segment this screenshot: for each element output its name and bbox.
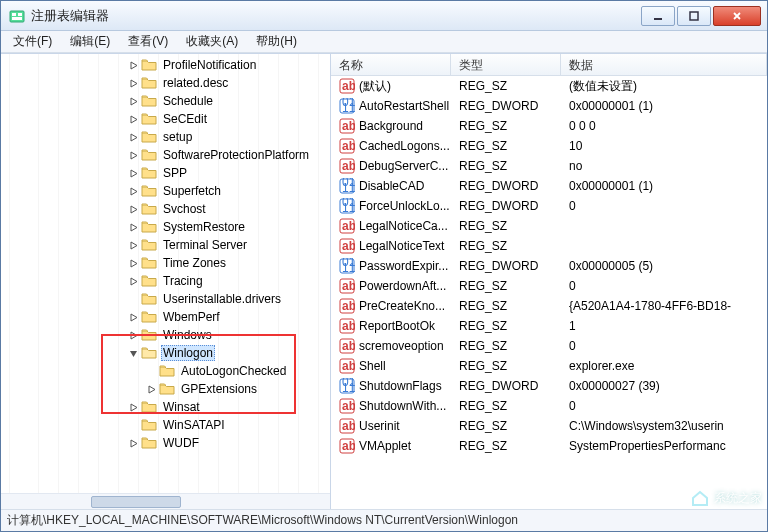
tree-hscrollbar[interactable] <box>1 493 330 509</box>
expander-icon[interactable] <box>127 149 139 161</box>
string-value-icon: ab <box>339 418 355 434</box>
tree-item[interactable]: Winsat <box>1 398 330 416</box>
tree-label: Svchost <box>161 202 208 216</box>
expander-icon[interactable] <box>127 401 139 413</box>
expander-icon[interactable] <box>127 329 139 341</box>
svg-text:ab: ab <box>342 319 355 333</box>
expander-icon[interactable] <box>127 275 139 287</box>
expander-icon[interactable] <box>127 419 139 431</box>
svg-text:ab: ab <box>342 219 355 233</box>
tree-label: AutoLogonChecked <box>179 364 288 378</box>
tree-item[interactable]: Terminal Server <box>1 236 330 254</box>
value-name: ShutdownFlags <box>359 379 442 393</box>
expander-icon[interactable] <box>127 221 139 233</box>
expander-icon[interactable] <box>127 203 139 215</box>
tree-item[interactable]: Svchost <box>1 200 330 218</box>
value-name: VMApplet <box>359 439 411 453</box>
value-row[interactable]: 011110PasswordExpir...REG_DWORD0x0000000… <box>331 256 767 276</box>
tree-item[interactable]: SoftwareProtectionPlatform <box>1 146 330 164</box>
menu-favorites[interactable]: 收藏夹(A) <box>178 31 246 52</box>
expander-icon[interactable] <box>127 347 139 359</box>
expander-icon[interactable] <box>127 95 139 107</box>
expander-icon[interactable] <box>127 77 139 89</box>
value-row[interactable]: abLegalNoticeCa...REG_SZ <box>331 216 767 236</box>
minimize-button[interactable] <box>641 6 675 26</box>
expander-icon[interactable] <box>127 239 139 251</box>
menu-view[interactable]: 查看(V) <box>120 31 176 52</box>
string-value-icon: ab <box>339 78 355 94</box>
string-value-icon: ab <box>339 138 355 154</box>
tree-item[interactable]: Userinstallable.drivers <box>1 290 330 308</box>
scrollbar-thumb[interactable] <box>91 496 181 508</box>
svg-text:ab: ab <box>342 279 355 293</box>
expander-icon[interactable] <box>127 185 139 197</box>
tree-item[interactable]: related.desc <box>1 74 330 92</box>
value-row[interactable]: abscremoveoptionREG_SZ0 <box>331 336 767 356</box>
menu-edit[interactable]: 编辑(E) <box>62 31 118 52</box>
menu-help[interactable]: 帮助(H) <box>248 31 305 52</box>
value-data: 0x00000027 (39) <box>561 379 767 393</box>
tree-item[interactable]: AutoLogonChecked <box>1 362 330 380</box>
value-row[interactable]: abCachedLogons...REG_SZ10 <box>331 136 767 156</box>
value-row[interactable]: abPreCreateKno...REG_SZ{A520A1A4-1780-4F… <box>331 296 767 316</box>
value-row[interactable]: ab(默认)REG_SZ(数值未设置) <box>331 76 767 96</box>
value-row[interactable]: abUserinitREG_SZC:\Windows\system32\user… <box>331 416 767 436</box>
value-row[interactable]: abShellREG_SZexplorer.exe <box>331 356 767 376</box>
expander-icon[interactable] <box>127 257 139 269</box>
expander-icon[interactable] <box>127 59 139 71</box>
expander-icon[interactable] <box>127 437 139 449</box>
value-data: 0x00000005 (5) <box>561 259 767 273</box>
value-row[interactable]: abReportBootOkREG_SZ1 <box>331 316 767 336</box>
tree-item[interactable]: SeCEdit <box>1 110 330 128</box>
expander-icon[interactable] <box>127 311 139 323</box>
menu-file[interactable]: 文件(F) <box>5 31 60 52</box>
tree-label: related.desc <box>161 76 230 90</box>
svg-text:ab: ab <box>342 239 355 253</box>
close-button[interactable] <box>713 6 761 26</box>
value-row[interactable]: abPowerdownAft...REG_SZ0 <box>331 276 767 296</box>
tree-item[interactable]: SystemRestore <box>1 218 330 236</box>
value-row[interactable]: abBackgroundREG_SZ0 0 0 <box>331 116 767 136</box>
col-data[interactable]: 数据 <box>561 54 767 75</box>
expander-icon[interactable] <box>145 383 157 395</box>
tree-item[interactable]: Time Zones <box>1 254 330 272</box>
expander-icon[interactable] <box>127 167 139 179</box>
tree-scroll[interactable]: ProfileNotificationrelated.descScheduleS… <box>1 54 330 509</box>
expander-icon[interactable] <box>127 293 139 305</box>
tree-item[interactable]: Windows <box>1 326 330 344</box>
value-row[interactable]: abVMAppletREG_SZSystemPropertiesPerforma… <box>331 436 767 456</box>
tree-item[interactable]: WUDF <box>1 434 330 452</box>
value-type: REG_DWORD <box>451 199 561 213</box>
maximize-button[interactable] <box>677 6 711 26</box>
expander-icon[interactable] <box>145 365 157 377</box>
tree-item[interactable]: Winlogon <box>1 344 330 362</box>
value-row[interactable]: abDebugServerC...REG_SZno <box>331 156 767 176</box>
binary-value-icon: 011110 <box>339 198 355 214</box>
value-row[interactable]: 011110ForceUnlockLo...REG_DWORD0 <box>331 196 767 216</box>
expander-icon[interactable] <box>127 131 139 143</box>
tree-item[interactable]: Superfetch <box>1 182 330 200</box>
tree-panel: ProfileNotificationrelated.descScheduleS… <box>1 54 331 509</box>
tree-item[interactable]: WbemPerf <box>1 308 330 326</box>
tree-item[interactable]: SPP <box>1 164 330 182</box>
tree-item[interactable]: ProfileNotification <box>1 56 330 74</box>
tree-item[interactable]: setup <box>1 128 330 146</box>
tree-item[interactable]: Tracing <box>1 272 330 290</box>
tree-label: SeCEdit <box>161 112 209 126</box>
tree-label: SPP <box>161 166 189 180</box>
value-row[interactable]: 011110DisableCADREG_DWORD0x00000001 (1) <box>331 176 767 196</box>
tree-item[interactable]: WinSATAPI <box>1 416 330 434</box>
tree-item[interactable]: Schedule <box>1 92 330 110</box>
tree-item[interactable]: GPExtensions <box>1 380 330 398</box>
titlebar[interactable]: 注册表编辑器 <box>1 1 767 31</box>
svg-rect-5 <box>690 12 698 20</box>
value-row[interactable]: abShutdownWith...REG_SZ0 <box>331 396 767 416</box>
value-row[interactable]: 011110AutoRestartShellREG_DWORD0x0000000… <box>331 96 767 116</box>
expander-icon[interactable] <box>127 113 139 125</box>
col-name[interactable]: 名称 <box>331 54 451 75</box>
value-row[interactable]: 011110ShutdownFlagsREG_DWORD0x00000027 (… <box>331 376 767 396</box>
svg-text:ab: ab <box>342 399 355 413</box>
col-type[interactable]: 类型 <box>451 54 561 75</box>
value-row[interactable]: abLegalNoticeTextREG_SZ <box>331 236 767 256</box>
list-body[interactable]: ab(默认)REG_SZ(数值未设置)011110AutoRestartShel… <box>331 76 767 509</box>
